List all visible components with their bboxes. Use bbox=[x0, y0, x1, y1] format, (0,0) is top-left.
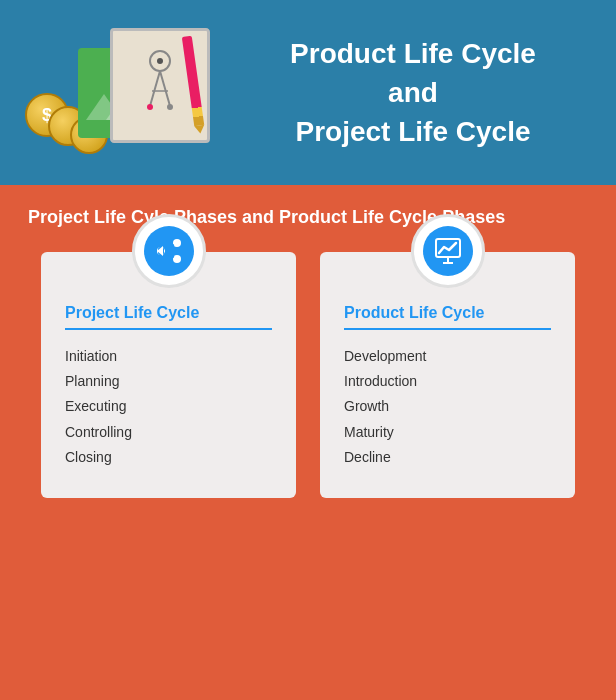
svg-line-11 bbox=[164, 253, 174, 257]
list-item: Controlling bbox=[65, 420, 272, 445]
list-item: Closing bbox=[65, 445, 272, 470]
product-icon-circle bbox=[411, 214, 485, 288]
section-title: Project Life Cyle Phases and Product Lif… bbox=[28, 207, 588, 228]
list-item: Development bbox=[344, 344, 551, 369]
list-item: Maturity bbox=[344, 420, 551, 445]
svg-point-6 bbox=[157, 58, 163, 64]
main-content: Project Life Cyle Phases and Product Lif… bbox=[0, 185, 616, 700]
compass-icon bbox=[130, 46, 190, 120]
svg-point-4 bbox=[147, 104, 153, 110]
list-item: Planning bbox=[65, 369, 272, 394]
svg-rect-13 bbox=[166, 240, 172, 248]
list-item: Decline bbox=[344, 445, 551, 470]
svg-point-5 bbox=[167, 104, 173, 110]
list-item: Introduction bbox=[344, 369, 551, 394]
header-illustration: $ bbox=[20, 18, 220, 168]
header: $ bbox=[0, 0, 616, 185]
list-item: Executing bbox=[65, 394, 272, 419]
svg-line-1 bbox=[150, 71, 160, 106]
header-title: Product Life Cycle and Project Life Cycl… bbox=[230, 34, 596, 152]
cards-row: Project Life Cycle Initiation Planning E… bbox=[28, 252, 588, 498]
header-text-block: Product Life Cycle and Project Life Cycl… bbox=[220, 34, 596, 152]
project-card-list: Initiation Planning Executing Controllin… bbox=[65, 344, 272, 470]
project-life-cycle-card: Project Life Cycle Initiation Planning E… bbox=[41, 252, 296, 498]
list-item: Initiation bbox=[65, 344, 272, 369]
project-icon-circle bbox=[132, 214, 206, 288]
svg-line-2 bbox=[160, 71, 170, 106]
list-item: Growth bbox=[344, 394, 551, 419]
product-life-cycle-card: Product Life Cycle Development Introduct… bbox=[320, 252, 575, 498]
project-card-title: Project Life Cycle bbox=[65, 304, 272, 330]
product-card-list: Development Introduction Growth Maturity… bbox=[344, 344, 551, 470]
share-icon bbox=[144, 226, 194, 276]
product-card-title: Product Life Cycle bbox=[344, 304, 551, 330]
chart-icon bbox=[423, 226, 473, 276]
